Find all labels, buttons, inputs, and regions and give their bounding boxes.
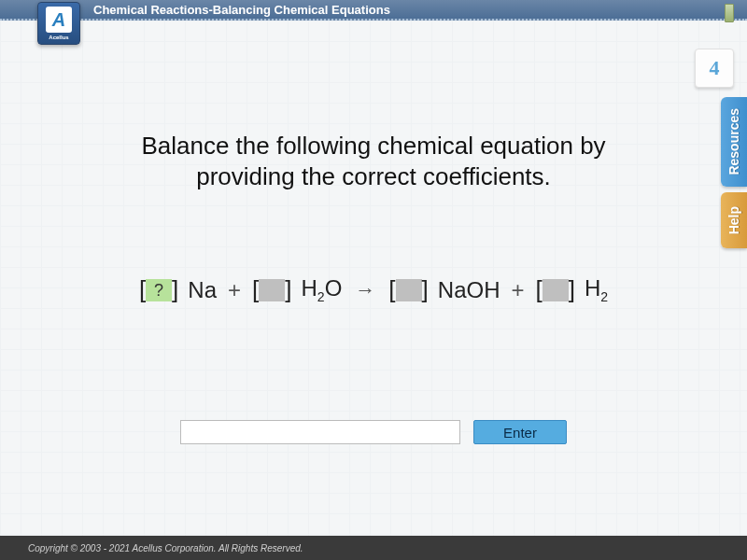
coef-slot-4[interactable]: [ ] bbox=[536, 275, 575, 304]
reaction-arrow-icon: → bbox=[355, 278, 375, 302]
coef-input-1[interactable]: ? bbox=[146, 279, 172, 301]
bracket-close-icon: ] bbox=[422, 275, 429, 304]
bracket-close-icon: ] bbox=[569, 275, 575, 304]
bracket-close-icon: ] bbox=[285, 275, 291, 304]
lesson-title: Chemical Reactions-Balancing Chemical Eq… bbox=[93, 3, 390, 17]
step-number: 4 bbox=[710, 56, 720, 80]
status-indicator-icon bbox=[725, 4, 734, 22]
footer-bar: Copyright © 2003 - 2021 Acellus Corporat… bbox=[0, 536, 747, 560]
plus-1: + bbox=[228, 277, 241, 303]
bracket-open-icon: [ bbox=[252, 275, 259, 304]
term-2: H2O bbox=[302, 275, 343, 304]
coef-slot-2[interactable]: [ ] bbox=[252, 275, 291, 304]
help-tab[interactable]: Help bbox=[721, 192, 747, 248]
term-4: H2 bbox=[585, 275, 608, 304]
bracket-close-icon: ] bbox=[172, 275, 178, 304]
term-1: Na bbox=[188, 277, 217, 303]
coef-slot-1[interactable]: [ ? ] bbox=[139, 275, 178, 304]
copyright-text: Copyright © 2003 - 2021 Acellus Corporat… bbox=[28, 543, 303, 553]
question-prompt: Balance the following chemical equation … bbox=[112, 131, 635, 191]
resources-tab[interactable]: Resources bbox=[721, 97, 747, 187]
chemical-equation: [ ? ] Na + [ ] H2O → [ ] NaOH + [ ] H2 bbox=[112, 275, 635, 304]
step-badge: 4 bbox=[695, 49, 734, 88]
bracket-open-icon: [ bbox=[388, 275, 395, 304]
answer-row: Enter bbox=[180, 420, 567, 444]
enter-button[interactable]: Enter bbox=[473, 420, 567, 444]
logo-letter-icon: A bbox=[46, 7, 72, 33]
coef-input-4[interactable] bbox=[543, 279, 569, 301]
answer-input[interactable] bbox=[180, 420, 460, 444]
brand-logo: A Acellus bbox=[37, 2, 80, 45]
resources-tab-label: Resources bbox=[726, 108, 741, 175]
plus-2: + bbox=[511, 277, 524, 303]
coef-slot-3[interactable]: [ ] bbox=[388, 275, 428, 304]
term-3: NaOH bbox=[438, 277, 500, 303]
coef-input-2[interactable] bbox=[259, 279, 285, 301]
coef-input-3[interactable] bbox=[396, 279, 422, 301]
bracket-open-icon: [ bbox=[536, 275, 543, 304]
question-card: Balance the following chemical equation … bbox=[112, 131, 635, 304]
header-bar: Chemical Reactions-Balancing Chemical Eq… bbox=[0, 0, 747, 21]
logo-brand: Acellus bbox=[49, 35, 68, 40]
bracket-open-icon: [ bbox=[139, 275, 146, 304]
help-tab-label: Help bbox=[726, 206, 741, 234]
